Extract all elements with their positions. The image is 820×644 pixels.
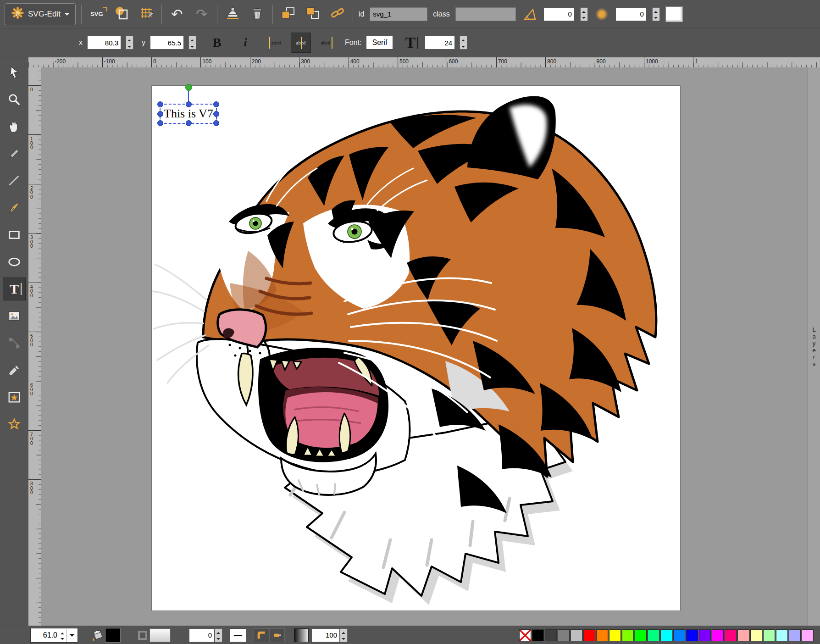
- text-context-toolbar: x y B i abcd abcd abcd Font: Serif T: [0, 28, 820, 57]
- palette-swatch[interactable]: [635, 629, 647, 641]
- selection-handle-s[interactable]: [186, 120, 192, 126]
- selection-handle-se[interactable]: [213, 120, 219, 126]
- selection-handle-sw[interactable]: [157, 120, 163, 126]
- connector-tool[interactable]: [3, 332, 26, 355]
- pencil-icon: [7, 147, 21, 161]
- shape-library-tool[interactable]: [3, 386, 26, 409]
- svg-canvas[interactable]: This is V7: [151, 85, 681, 611]
- rectangle-tool[interactable]: [3, 223, 26, 246]
- blur-spinner[interactable]: [652, 7, 660, 21]
- link-button[interactable]: [328, 4, 347, 25]
- palette-swatch[interactable]: [660, 629, 672, 641]
- undo-button[interactable]: ↶: [167, 4, 187, 25]
- class-input[interactable]: [455, 7, 516, 21]
- hand-icon: [7, 120, 21, 133]
- clone-button[interactable]: [223, 4, 242, 25]
- id-input[interactable]: [370, 7, 427, 21]
- eyedropper-tool[interactable]: [3, 359, 26, 382]
- ellipse-tool[interactable]: [3, 250, 26, 273]
- text-anchor-middle-button[interactable]: abcd: [291, 33, 311, 53]
- pan-tool[interactable]: [3, 115, 26, 138]
- zoom-spinner[interactable]: [59, 629, 66, 642]
- palette-swatch[interactable]: [673, 629, 685, 641]
- document-properties-button[interactable]: [112, 4, 131, 25]
- opacity-gradient-swatch[interactable]: [294, 628, 309, 642]
- palette-swatch[interactable]: [609, 629, 621, 641]
- palette-swatch[interactable]: [737, 629, 749, 641]
- selection-handle-e[interactable]: [213, 111, 219, 117]
- palette-swatch[interactable]: [776, 629, 788, 641]
- x-spinner[interactable]: [126, 36, 133, 50]
- palette-swatch[interactable]: [802, 629, 814, 641]
- layers-panel-tab[interactable]: L a y e r s: [808, 67, 820, 626]
- image-tool[interactable]: [3, 305, 26, 328]
- line-tool[interactable]: [3, 169, 26, 192]
- select-tool[interactable]: [3, 61, 26, 84]
- italic-button[interactable]: i: [236, 32, 255, 53]
- palette-swatch[interactable]: [789, 629, 801, 641]
- move-to-bottom-button[interactable]: [278, 4, 298, 25]
- palette-swatch[interactable]: [583, 629, 595, 641]
- text-anchor-end-button[interactable]: abcd: [316, 33, 336, 53]
- zoom-dropdown-caret-icon[interactable]: [66, 629, 78, 642]
- star-tool[interactable]: [3, 413, 26, 436]
- palette-swatch[interactable]: [532, 629, 544, 641]
- ruler-label: 300: [301, 58, 310, 65]
- stroke-dash-button[interactable]: —: [230, 628, 246, 642]
- selection-handle-w[interactable]: [157, 111, 163, 117]
- palette-swatch[interactable]: [596, 629, 608, 641]
- canvas-workspace[interactable]: This is V7 L a y e r s: [41, 67, 820, 626]
- stroke-width-input[interactable]: [189, 628, 215, 642]
- palette-swatch[interactable]: [558, 629, 570, 641]
- stroke-linecap-button[interactable]: [269, 628, 285, 642]
- delete-button[interactable]: [248, 4, 267, 25]
- separator: [217, 5, 217, 24]
- font-size-input[interactable]: [425, 36, 455, 50]
- x-input[interactable]: [87, 36, 121, 50]
- redo-button[interactable]: ↷: [192, 4, 211, 25]
- selection-handle-n[interactable]: [186, 101, 192, 107]
- selection-handle-ne[interactable]: [213, 101, 219, 107]
- angle-input[interactable]: [543, 7, 575, 21]
- y-spinner[interactable]: [188, 36, 196, 50]
- stroke-width-spinner[interactable]: [215, 628, 222, 642]
- y-input[interactable]: [150, 36, 184, 50]
- zoom-control[interactable]: 61.0: [30, 628, 78, 643]
- palette-swatch[interactable]: [712, 629, 724, 641]
- zoom-tool[interactable]: [3, 88, 26, 111]
- text-tool[interactable]: T: [3, 278, 26, 300]
- source-editor-button[interactable]: SVG: [87, 4, 106, 25]
- pencil-tool[interactable]: [3, 142, 26, 165]
- text-anchor-start-button[interactable]: abcd: [266, 33, 286, 53]
- rotation-handle[interactable]: [185, 84, 192, 91]
- selection-handle-nw[interactable]: [157, 101, 163, 107]
- palette-swatch[interactable]: [686, 629, 698, 641]
- blur-input[interactable]: [615, 7, 647, 21]
- palette-swatch[interactable]: [648, 629, 659, 641]
- palette-swatch[interactable]: [725, 629, 737, 641]
- ruler-label: 600: [449, 58, 458, 65]
- palette-swatch[interactable]: [699, 629, 711, 641]
- opacity-input[interactable]: [311, 628, 340, 642]
- palette-swatch[interactable]: [750, 629, 762, 641]
- menu-caret-icon: [64, 13, 70, 18]
- palette-swatch[interactable]: [622, 629, 634, 641]
- main-menu-button[interactable]: SVG-Edit: [5, 3, 76, 25]
- tiger-artwork[interactable]: [152, 86, 680, 611]
- palette-swatch[interactable]: [763, 629, 775, 641]
- palette-swatch-none[interactable]: [519, 629, 531, 641]
- angle-spinner[interactable]: [580, 7, 588, 21]
- bold-button[interactable]: B: [207, 32, 227, 53]
- font-family-button[interactable]: Serif: [366, 36, 393, 50]
- current-color-swatch[interactable]: [665, 6, 683, 22]
- palette-swatch[interactable]: [571, 629, 582, 641]
- opacity-spinner[interactable]: [340, 628, 348, 642]
- palette-swatch[interactable]: [545, 629, 557, 641]
- font-size-spinner[interactable]: [460, 36, 467, 50]
- stroke-color-swatch[interactable]: [150, 628, 171, 642]
- path-tool[interactable]: [3, 196, 26, 219]
- preferences-button[interactable]: [137, 4, 156, 25]
- move-to-top-button[interactable]: [303, 4, 322, 25]
- stroke-linejoin-button[interactable]: [254, 628, 269, 642]
- fill-color-swatch[interactable]: [105, 628, 120, 642]
